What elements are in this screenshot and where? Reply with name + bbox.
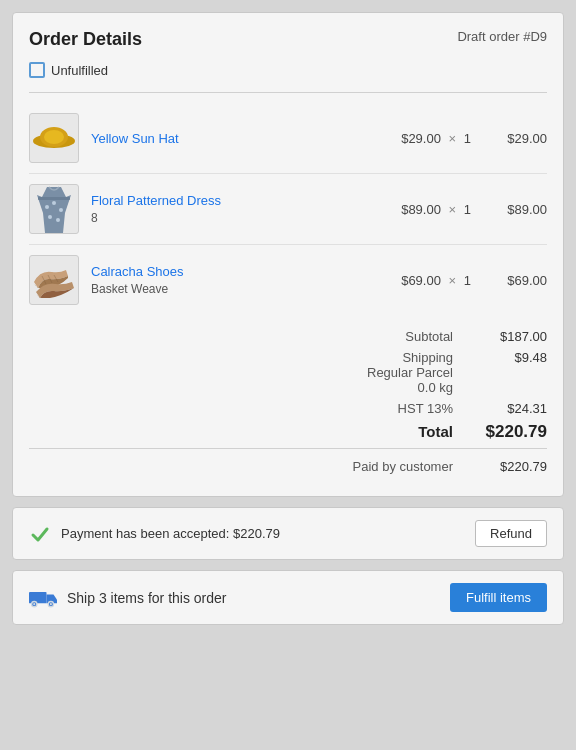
item-price-qty-dress: $89.00 × 1 [401,202,471,217]
ship-banner: Ship 3 items for this order Fulfill item… [12,570,564,625]
product-image-hat [29,113,79,163]
payment-banner: Payment has been accepted: $220.79 Refun… [12,507,564,560]
item-total-shoes: $69.00 [487,273,547,288]
svg-point-4 [45,205,49,209]
item-variant-shoes: Basket Weave [91,282,168,296]
item-total-dress: $89.00 [487,202,547,217]
payment-text: Payment has been accepted: $220.79 [61,526,280,541]
svg-rect-3 [38,197,70,200]
draft-order-label: Draft order #D9 [457,29,547,44]
order-items-list: Yellow Sun Hat $29.00 × 1 $29.00 [29,103,547,315]
item-info-hat: Yellow Sun Hat [91,131,385,146]
check-icon [29,523,51,545]
shipping-row: Shipping Regular Parcel 0.0 kg $9.48 [29,350,547,395]
dress-image-svg [35,185,73,233]
total-label: Total [418,423,453,440]
tax-row: HST 13% $24.31 [29,401,547,416]
svg-point-7 [48,215,52,219]
table-row: Calracha Shoes Basket Weave $69.00 × 1 $… [29,245,547,315]
svg-point-16 [50,603,52,605]
svg-point-15 [33,603,35,605]
tax-value: $24.31 [477,401,547,416]
totals-section: Subtotal $187.00 Shipping Regular Parcel… [29,329,547,474]
status-text: Unfulfilled [51,63,108,78]
paid-label: Paid by customer [353,459,453,474]
refund-button[interactable]: Refund [475,520,547,547]
subtotal-value: $187.00 [477,329,547,344]
ship-text: Ship 3 items for this order [67,590,227,606]
item-price-qty-hat: $29.00 × 1 [401,131,471,146]
truck-icon [29,588,57,608]
item-info-shoes: Calracha Shoes Basket Weave [91,264,385,297]
card-header: Order Details Draft order #D9 [29,29,547,50]
total-value: $220.79 [477,422,547,442]
paid-value: $220.79 [477,459,547,474]
svg-rect-12 [29,591,47,602]
shipping-label: Shipping Regular Parcel 0.0 kg [367,350,453,395]
svg-point-8 [56,218,60,222]
subtotal-label: Subtotal [405,329,453,344]
item-variant-dress: 8 [91,211,98,225]
svg-point-5 [52,201,56,205]
order-details-card: Order Details Draft order #D9 Unfulfille… [12,12,564,497]
item-name-shoes[interactable]: Calracha Shoes [91,264,385,279]
divider-1 [29,92,547,93]
svg-point-2 [44,130,64,144]
product-image-shoes [29,255,79,305]
table-row: Yellow Sun Hat $29.00 × 1 $29.00 [29,103,547,174]
hat-image-svg [31,119,77,157]
shipping-value: $9.48 [477,350,547,365]
paid-row: Paid by customer $220.79 [29,448,547,474]
shoes-image-svg [30,262,78,298]
table-row: Floral Patterned Dress 8 $89.00 × 1 $89.… [29,174,547,245]
unfulfilled-icon [29,62,45,78]
subtotal-row: Subtotal $187.00 [29,329,547,344]
item-name-dress[interactable]: Floral Patterned Dress [91,193,385,208]
item-name-hat[interactable]: Yellow Sun Hat [91,131,385,146]
total-row: Total $220.79 [29,422,547,442]
fulfill-items-button[interactable]: Fulfill items [450,583,547,612]
item-price-qty-shoes: $69.00 × 1 [401,273,471,288]
item-info-dress: Floral Patterned Dress 8 [91,193,385,226]
payment-left: Payment has been accepted: $220.79 [29,523,280,545]
fulfillment-status: Unfulfilled [29,62,547,78]
page-title: Order Details [29,29,142,50]
tax-label: HST 13% [398,401,453,416]
svg-point-6 [59,208,63,212]
item-total-hat: $29.00 [487,131,547,146]
product-image-dress [29,184,79,234]
ship-left: Ship 3 items for this order [29,588,227,608]
